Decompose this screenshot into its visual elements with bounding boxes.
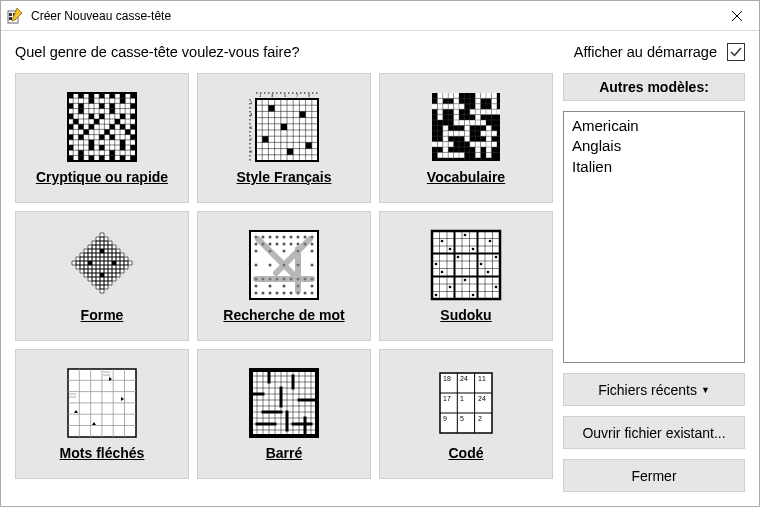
svg-point-211 [489,240,492,243]
svg-point-190 [255,285,258,288]
app-icon [7,8,23,24]
svg-rect-81 [454,93,459,98]
svg-rect-130 [437,142,442,147]
svg-rect-38 [125,129,130,134]
svg-rect-107 [454,115,459,120]
other-models-header: Autres modèles: [563,73,745,101]
svg-point-162 [255,243,258,246]
svg-rect-46 [68,145,73,150]
card-cryptique[interactable]: Cryptique ou rapide [15,73,189,203]
svg-point-209 [441,240,444,243]
svg-rect-147 [486,152,491,157]
list-item[interactable]: Anglais [572,136,736,156]
svg-point-197 [269,292,272,295]
other-models-list[interactable]: Americain Anglais Italien [563,111,745,363]
svg-point-192 [283,285,286,288]
svg-rect-116 [464,125,469,130]
svg-rect-50 [130,145,135,150]
svg-point-177 [269,264,272,267]
svg-rect-101 [475,109,480,114]
open-file-button[interactable]: Ouvrir fichier existant... [563,416,745,449]
card-francais[interactable]: 1357913579 Style Français [197,73,371,203]
recent-files-button[interactable]: Fichiers récents ▼ [563,373,745,406]
svg-point-223 [495,286,498,289]
svg-point-219 [464,279,467,282]
svg-text:1: 1 [250,100,253,105]
svg-text:5: 5 [250,125,253,130]
show-startup-checkbox[interactable] [727,43,745,61]
list-item[interactable]: Americain [572,116,736,136]
window-title: Créer Nouveau casse-tête [31,9,715,23]
svg-point-170 [311,243,314,246]
caret-down-icon: ▼ [701,385,710,395]
svg-rect-125 [491,131,496,136]
svg-rect-32 [89,124,94,129]
card-vocabulaire[interactable]: Vocabulaire [379,73,553,203]
svg-rect-16 [78,103,83,108]
svg-rect-39 [68,135,73,140]
svg-point-199 [283,292,286,295]
card-barre[interactable]: Barré [197,349,371,479]
svg-rect-151 [100,273,104,277]
card-forme[interactable]: Forme [15,211,189,341]
card-recherche[interactable]: Recherche de mot [197,211,371,341]
card-label: Vocabulaire [423,169,509,185]
svg-rect-118 [443,131,448,136]
svg-rect-25 [120,114,125,119]
svg-rect-149 [88,261,92,265]
svg-point-157 [283,236,286,239]
list-item[interactable]: Italien [572,157,736,177]
card-label: Codé [445,445,488,461]
svg-rect-27 [73,119,78,124]
svg-rect-10 [110,93,115,98]
svg-text:24: 24 [460,375,468,382]
svg-point-220 [487,271,490,274]
svg-point-217 [495,256,498,259]
card-label: Forme [77,307,128,323]
svg-text:2: 2 [478,415,482,422]
svg-rect-21 [110,109,115,114]
svg-point-164 [269,243,272,246]
crossword-icon [66,91,138,163]
close-dialog-button[interactable]: Fermer [563,459,745,492]
svg-rect-109 [454,120,459,125]
svg-text:9: 9 [250,149,253,154]
svg-rect-13 [89,98,94,103]
svg-point-155 [269,236,272,239]
close-button[interactable] [715,1,759,30]
card-sudoku[interactable]: Sudoku [379,211,553,341]
svg-rect-88 [475,98,480,103]
coded-icon: 182411 17124 952 [430,367,502,439]
card-label: Barré [262,445,307,461]
svg-point-180 [311,264,314,267]
card-fleches[interactable]: Mots fléchés [15,349,189,479]
svg-rect-14 [120,98,125,103]
button-label: Fermer [631,468,676,484]
svg-rect-133 [470,142,475,147]
svg-rect-42 [110,135,115,140]
svg-rect-241 [440,373,492,433]
svg-rect-59 [130,155,135,160]
svg-rect-7 [78,93,83,98]
svg-rect-93 [448,104,453,109]
svg-point-221 [449,286,452,289]
svg-point-213 [472,248,475,251]
svg-rect-63 [281,124,287,130]
svg-rect-115 [443,125,448,130]
svg-rect-65 [306,142,312,148]
svg-point-176 [255,264,258,267]
svg-point-166 [283,243,286,246]
svg-point-200 [290,292,293,295]
svg-rect-56 [99,155,104,160]
card-code[interactable]: 182411 17124 952 Codé [379,349,553,479]
svg-rect-30 [68,124,73,129]
svg-text:7: 7 [250,137,253,142]
svg-point-224 [435,294,438,297]
svg-point-218 [441,271,444,274]
svg-rect-31 [78,124,83,129]
svg-rect-64 [262,136,268,142]
svg-text:7: 7 [296,93,299,98]
svg-rect-104 [491,109,496,114]
svg-rect-144 [454,152,459,157]
svg-rect-20 [78,109,83,114]
